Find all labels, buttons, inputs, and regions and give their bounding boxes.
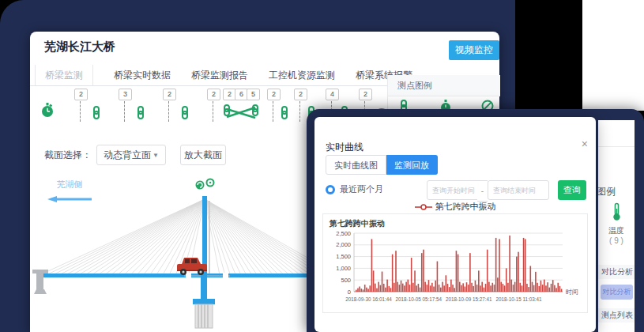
divider	[598, 146, 635, 147]
link-icon[interactable]	[136, 106, 145, 123]
temperature-item[interactable]: 温度 ( 9 )	[598, 202, 635, 245]
modal-title: 实时曲线	[326, 141, 363, 154]
sensor-dashed-line	[124, 101, 125, 122]
radio-dot-icon	[326, 185, 335, 194]
chevron-down-icon: ▼	[153, 152, 159, 159]
bridge-diagram	[30, 175, 346, 332]
section-dropdown[interactable]: 动态背立面 ▼	[96, 145, 166, 165]
svg-text:2018-09-30 16:01:44: 2018-09-30 16:01:44	[345, 296, 392, 302]
chart-container: 第七跨跨中振动 05001,0001,5002,0002,5002018-09-…	[322, 213, 588, 313]
sensor-dashed-line	[213, 101, 213, 122]
sensor-badge: 2	[207, 89, 220, 100]
temperature-label: 温度	[598, 225, 635, 236]
sensor-dashed-line	[299, 101, 300, 122]
vibration-chart: 05001,0001,5002,0002,5002018-09-30 16:01…	[326, 228, 586, 309]
sensor-badge: 2	[74, 89, 88, 100]
section-select-label: 截面选择：	[44, 149, 92, 162]
tab-0[interactable]: 桥梁监测	[35, 65, 93, 85]
legend-panel-title: 测点图例	[388, 75, 500, 96]
legend-line-icon	[415, 203, 432, 211]
svg-text:0: 0	[348, 289, 351, 296]
modal-tab-1[interactable]: 监测回放	[386, 155, 438, 175]
section-controls: 截面选择： 动态背立面 ▼ 放大截面	[44, 144, 226, 166]
compare-section-title: 对比分析	[598, 265, 635, 279]
thermometer-icon	[611, 210, 622, 224]
crossed-links-icon[interactable]	[221, 103, 261, 123]
svg-text:2018-10-05 05:17:54: 2018-10-05 05:17:54	[396, 296, 443, 302]
tab-3[interactable]: 工控机资源监测	[269, 65, 335, 85]
tab-1[interactable]: 桥梁实时数据	[114, 65, 171, 85]
query-form: 最近两个月 - 查询	[326, 180, 586, 200]
bridge-abutment	[32, 270, 48, 294]
link-icon[interactable]	[280, 106, 289, 123]
svg-text:1,000: 1,000	[336, 265, 351, 272]
sensor-dashed-line	[168, 101, 169, 122]
sensor-badge: 4	[326, 89, 339, 100]
svg-text:2,000: 2,000	[336, 241, 351, 248]
backdrop-white-top-right	[582, 0, 644, 111]
sensor-badge: 5	[247, 89, 260, 100]
page-title: 芜湖长江大桥	[44, 40, 115, 55]
point-list-section-title: 测点列表	[598, 308, 635, 323]
sensor-badge: 3	[119, 89, 132, 100]
svg-text:500: 500	[341, 277, 351, 284]
svg-text:2,500: 2,500	[336, 230, 351, 237]
sensor-dashed-line	[273, 101, 273, 122]
video-monitor-button[interactable]: 视频监控	[449, 40, 499, 60]
svg-text:2018-10-09 15:27:41: 2018-10-09 15:27:41	[446, 296, 492, 302]
chart-legend[interactable]: 第七跨跨中振动	[314, 201, 596, 213]
link-icon[interactable]	[180, 106, 190, 123]
svg-text:时间: 时间	[566, 289, 578, 296]
anemometer-icon	[196, 181, 205, 190]
bridge-pier	[193, 275, 215, 328]
svg-text:1,500: 1,500	[336, 253, 351, 260]
sidebar-legend-title: 测点图例	[598, 185, 616, 198]
link-icon[interactable]	[92, 106, 101, 123]
query-end-time-input[interactable]	[488, 180, 549, 200]
modal-tabs: 实时曲线图监测回放	[326, 155, 438, 175]
compare-analysis-button[interactable]: 对比分析	[601, 285, 633, 300]
temperature-count: ( 9 )	[598, 236, 635, 245]
tab-2[interactable]: 桥梁监测报告	[191, 65, 248, 85]
sensor-badge: 2	[359, 89, 372, 100]
legend-label: 第七跨跨中振动	[435, 201, 496, 213]
close-icon[interactable]: ×	[582, 138, 588, 150]
sensor-dashed-line	[80, 101, 81, 122]
sensor-badge: 2	[163, 89, 176, 100]
section-dropdown-value: 动态背立面	[104, 149, 151, 162]
screen: 芜湖长江大桥 视频监控 桥梁监测桥梁实时数据桥梁监测报告工控机资源监测桥梁系统报…	[0, 0, 644, 332]
last-two-months-radio[interactable]: 最近两个月	[326, 183, 383, 195]
realtime-curve-modal: 实时曲线 × 实时曲线图监测回放 最近两个月 - 查询 第七跨跨中振动 第七跨跨…	[314, 117, 596, 332]
radio-label: 最近两个月	[340, 183, 383, 195]
gps-icon	[207, 179, 214, 187]
sensor-badge: 2	[294, 89, 307, 100]
sidebar-fragment: 测点图例 温度 ( 9 ) 对比分析 对比分析 测点列表	[598, 120, 635, 332]
sensor-badge: 2	[267, 89, 281, 100]
chart-title: 第七跨跨中振动	[330, 218, 385, 229]
enlarge-section-button[interactable]: 放大截面	[180, 145, 226, 165]
modal-tab-0[interactable]: 实时曲线图	[326, 155, 386, 175]
stopwatch-icon[interactable]	[41, 103, 54, 121]
date-range-separator: -	[477, 180, 488, 202]
query-button[interactable]: 查询	[558, 180, 586, 200]
svg-text:2018-10-15 11:03:41: 2018-10-15 11:03:41	[496, 296, 543, 302]
